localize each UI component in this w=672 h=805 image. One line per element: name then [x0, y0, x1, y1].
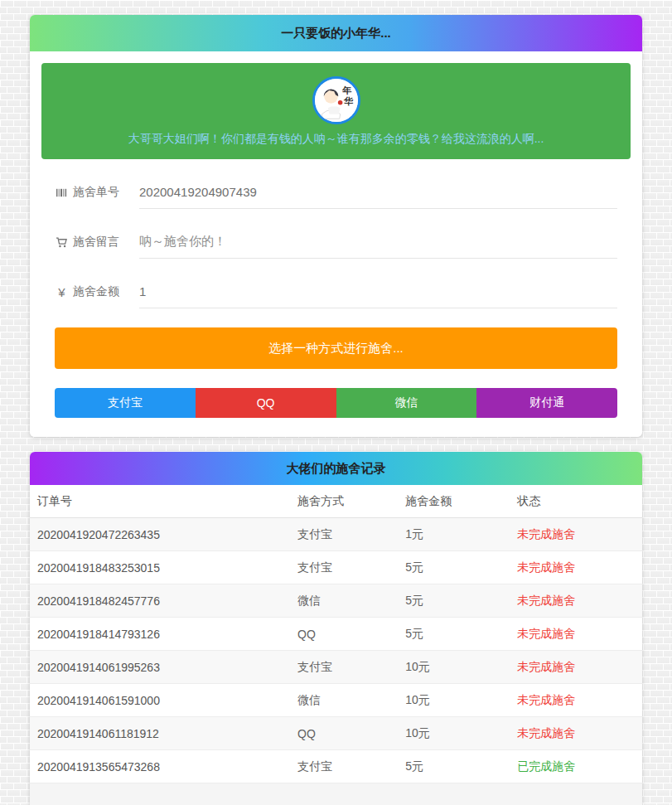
table-row: 2020041914061591000 微信 10元 未完成施舍: [30, 684, 642, 717]
choose-method-button[interactable]: 选择一种方式进行施舍...: [55, 327, 617, 369]
amount-cell: 10元: [398, 693, 510, 708]
method-cell: 支付宝: [290, 759, 398, 774]
records-card-title: 大佬们的施舍记录: [30, 452, 642, 485]
col-header-amount: 施舍金额: [398, 494, 510, 509]
method-cell: 支付宝: [290, 560, 398, 575]
method-cell: 微信: [290, 693, 398, 708]
order-cell: 2020041914061591000: [30, 694, 290, 707]
pay-button-tenpay[interactable]: 财付通: [476, 388, 617, 418]
method-cell: QQ: [290, 628, 398, 641]
table-row: 2020041913565473268 支付宝 5元 已完成施舍: [30, 750, 642, 783]
barcode-icon: [55, 186, 69, 200]
amount-cell: 10元: [398, 660, 510, 675]
order-cell: 2020041914061995263: [30, 661, 290, 674]
order-cell: 2020041914061181912: [30, 727, 290, 740]
order-cell: 2020041920472263435: [30, 528, 290, 541]
svg-text:年: 年: [341, 85, 351, 95]
records-partial-row: [30, 783, 642, 805]
pay-button-qq[interactable]: QQ: [196, 388, 336, 418]
donate-card: 一只要饭的小年华... 年 华 大哥哥大姐们啊！你们都是有钱的人呐～谁有那: [30, 15, 642, 437]
cart-icon: [55, 235, 69, 250]
table-row: 2020041918482457776 微信 5元 未完成施舍: [30, 584, 642, 618]
order-no-row: 施舍单号: [55, 176, 617, 209]
donate-card-body: 年 华 大哥哥大姐们啊！你们都是有钱的人呐～谁有那多余的零钱？给我这流浪的人啊.…: [30, 51, 642, 437]
method-cell: 支付宝: [290, 660, 398, 675]
status-text: 未完成施舍: [510, 527, 642, 542]
amount-cell: 10元: [398, 726, 510, 741]
amount-row: ¥ 施舍金额: [55, 275, 617, 308]
status-text: 已完成施舍: [510, 759, 642, 774]
amount-cell: 5元: [398, 560, 510, 575]
amount-cell: 5元: [398, 594, 510, 609]
svg-text:华: 华: [343, 96, 353, 106]
col-header-order: 订单号: [30, 494, 290, 509]
amount-cell: 5元: [398, 759, 510, 774]
notice-message: 大哥哥大姐们啊！你们都是有钱的人呐～谁有那多余的零钱？给我这流浪的人啊...: [58, 132, 614, 147]
status-text: 未完成施舍: [510, 594, 642, 609]
order-cell: 2020041918483253015: [30, 561, 290, 575]
table-row: 2020041918414793126 QQ 5元 未完成施舍: [30, 618, 642, 651]
method-cell: QQ: [290, 727, 398, 740]
message-input[interactable]: [139, 225, 617, 259]
records-table-header: 订单号 施舍方式 施舍金额 状态: [30, 485, 642, 518]
amount-input[interactable]: [139, 275, 617, 308]
pay-method-group: 支付宝 QQ 微信 财付通: [55, 388, 617, 418]
table-row: 2020041918483253015 支付宝 5元 未完成施舍: [30, 551, 642, 584]
amount-cell: 5元: [398, 627, 510, 642]
table-row: 2020041920472263435 支付宝 1元 未完成施舍: [30, 518, 642, 551]
pay-button-alipay[interactable]: 支付宝: [55, 388, 196, 418]
message-label-text: 施舍留言: [73, 235, 119, 250]
order-no-label: 施舍单号: [55, 185, 139, 200]
status-text: 未完成施舍: [510, 560, 642, 575]
method-cell: 微信: [290, 594, 398, 609]
pay-button-wechat[interactable]: 微信: [336, 388, 477, 418]
status-text: 未完成施舍: [510, 660, 642, 675]
page-container: 一只要饭的小年华... 年 华 大哥哥大姐们啊！你们都是有钱的人呐～谁有那: [30, 0, 642, 805]
avatar: 年 华: [312, 76, 360, 124]
donate-form: 施舍单号 施舍留言: [41, 176, 631, 418]
status-text: 未完成施舍: [510, 693, 642, 708]
donate-card-title: 一只要饭的小年华...: [30, 15, 642, 51]
order-no-input[interactable]: [139, 176, 617, 209]
amount-label-text: 施舍金额: [73, 284, 119, 299]
message-label: 施舍留言: [55, 235, 139, 250]
yuan-icon: ¥: [55, 285, 69, 299]
notice-panel: 年 华 大哥哥大姐们啊！你们都是有钱的人呐～谁有那多余的零钱？给我这流浪的人啊.…: [41, 63, 631, 159]
status-text: 未完成施舍: [510, 627, 642, 642]
avatar-illustration: 年 华: [315, 79, 358, 122]
order-cell: 2020041918414793126: [30, 628, 290, 641]
order-cell: 2020041918482457776: [30, 594, 290, 608]
amount-cell: 1元: [398, 527, 510, 542]
method-cell: 支付宝: [290, 527, 398, 542]
table-row: 2020041914061181912 QQ 10元 未完成施舍: [30, 717, 642, 750]
message-row: 施舍留言: [55, 225, 617, 259]
order-cell: 2020041913565473268: [30, 760, 290, 773]
records-table-body: 2020041920472263435 支付宝 1元 未完成施舍 2020041…: [30, 518, 642, 783]
amount-label: ¥ 施舍金额: [55, 284, 139, 299]
records-card: 大佬们的施舍记录 订单号 施舍方式 施舍金额 状态 20200419204722…: [30, 452, 642, 805]
order-no-label-text: 施舍单号: [73, 185, 119, 200]
records-table: 订单号 施舍方式 施舍金额 状态 2020041920472263435 支付宝…: [30, 485, 642, 805]
table-row: 2020041914061995263 支付宝 10元 未完成施舍: [30, 651, 642, 684]
col-header-method: 施舍方式: [290, 494, 398, 509]
status-text: 未完成施舍: [510, 726, 642, 741]
col-header-status: 状态: [510, 494, 642, 509]
